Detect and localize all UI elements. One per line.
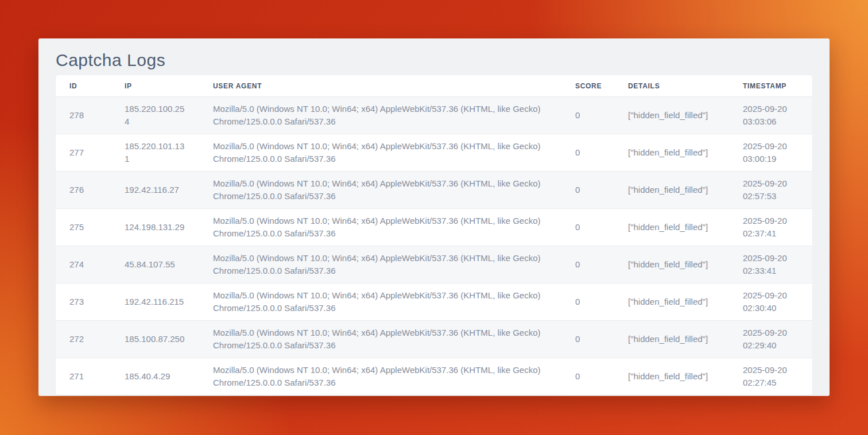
cell-ip: 185.220.101.131 bbox=[111, 134, 199, 172]
cell-details: ["hidden_field_filled"] bbox=[614, 97, 729, 134]
cell-id: 275 bbox=[56, 209, 111, 246]
table-row: 278 185.220.100.254 Mozilla/5.0 (Windows… bbox=[56, 97, 812, 134]
cell-id: 271 bbox=[56, 358, 111, 395]
column-header-ip: IP bbox=[111, 75, 199, 97]
table-row: 275 124.198.131.29 Mozilla/5.0 (Windows … bbox=[56, 209, 812, 246]
cell-user-agent: Mozilla/5.0 (Windows NT 10.0; Win64; x64… bbox=[199, 358, 561, 395]
cell-timestamp: 2025-09-20 02:27:45 bbox=[729, 358, 812, 395]
cell-score: 0 bbox=[561, 97, 614, 134]
column-header-score: SCORE bbox=[561, 75, 614, 97]
cell-timestamp: 2025-09-20 02:29:40 bbox=[729, 321, 812, 358]
table-row: 273 192.42.116.215 Mozilla/5.0 (Windows … bbox=[56, 283, 812, 321]
table-row: 276 192.42.116.27 Mozilla/5.0 (Windows N… bbox=[56, 172, 812, 209]
cell-score: 0 bbox=[561, 321, 614, 358]
cell-ip: 45.84.107.55 bbox=[111, 246, 199, 283]
cell-user-agent: Mozilla/5.0 (Windows NT 10.0; Win64; x64… bbox=[199, 172, 561, 209]
cell-score: 0 bbox=[561, 209, 614, 246]
cell-timestamp: 2025-09-20 03:00:19 bbox=[729, 134, 812, 172]
cell-timestamp: 2025-09-20 02:57:53 bbox=[729, 172, 812, 209]
cell-id: 273 bbox=[56, 283, 111, 321]
cell-ip: 192.42.116.27 bbox=[111, 172, 199, 209]
column-header-details: DETAILS bbox=[614, 75, 729, 97]
cell-user-agent: Mozilla/5.0 (Windows NT 10.0; Win64; x64… bbox=[199, 134, 561, 172]
cell-details: ["hidden_field_filled"] bbox=[614, 172, 729, 209]
cell-user-agent: Mozilla/5.0 (Windows NT 10.0; Win64; x64… bbox=[199, 97, 561, 134]
cell-score: 0 bbox=[561, 134, 614, 172]
table-header-row: IDIPUSER AGENTSCOREDETAILSTIMESTAMP bbox=[56, 75, 812, 97]
column-header-id: ID bbox=[56, 75, 111, 97]
cell-id: 272 bbox=[56, 321, 111, 358]
page-title: Captcha Logs bbox=[56, 47, 812, 73]
column-header-user_agent: USER AGENT bbox=[199, 75, 561, 97]
cell-id: 274 bbox=[56, 246, 111, 283]
cell-id: 276 bbox=[56, 172, 111, 209]
cell-id: 277 bbox=[56, 134, 111, 172]
cell-score: 0 bbox=[561, 246, 614, 283]
table-row: 271 185.40.4.29 Mozilla/5.0 (Windows NT … bbox=[56, 358, 812, 395]
table-body: 278 185.220.100.254 Mozilla/5.0 (Windows… bbox=[56, 97, 812, 395]
cell-id: 278 bbox=[56, 97, 111, 134]
logs-table: IDIPUSER AGENTSCOREDETAILSTIMESTAMP 278 … bbox=[56, 75, 812, 395]
cell-ip: 185.40.4.29 bbox=[111, 358, 199, 395]
cell-details: ["hidden_field_filled"] bbox=[614, 209, 729, 246]
cell-timestamp: 2025-09-20 03:03:06 bbox=[729, 97, 812, 134]
cell-timestamp: 2025-09-20 02:30:40 bbox=[729, 283, 812, 321]
captcha-logs-card: Captcha Logs IDIPUSER AGENTSCOREDETAILST… bbox=[38, 38, 830, 396]
cell-user-agent: Mozilla/5.0 (Windows NT 10.0; Win64; x64… bbox=[199, 321, 561, 358]
cell-ip: 185.100.87.250 bbox=[111, 321, 199, 358]
cell-score: 0 bbox=[561, 358, 614, 395]
cell-user-agent: Mozilla/5.0 (Windows NT 10.0; Win64; x64… bbox=[199, 246, 561, 283]
cell-details: ["hidden_field_filled"] bbox=[614, 134, 729, 172]
cell-ip: 192.42.116.215 bbox=[111, 283, 199, 321]
cell-details: ["hidden_field_filled"] bbox=[614, 358, 729, 395]
cell-details: ["hidden_field_filled"] bbox=[614, 246, 729, 283]
cell-ip: 185.220.100.254 bbox=[111, 97, 199, 134]
column-header-timestamp: TIMESTAMP bbox=[729, 75, 812, 97]
cell-details: ["hidden_field_filled"] bbox=[614, 283, 729, 321]
logs-table-container: IDIPUSER AGENTSCOREDETAILSTIMESTAMP 278 … bbox=[56, 75, 812, 395]
cell-timestamp: 2025-09-20 02:33:41 bbox=[729, 246, 812, 283]
cell-score: 0 bbox=[561, 283, 614, 321]
cell-user-agent: Mozilla/5.0 (Windows NT 10.0; Win64; x64… bbox=[199, 209, 561, 246]
table-row: 274 45.84.107.55 Mozilla/5.0 (Windows NT… bbox=[56, 246, 812, 283]
cell-details: ["hidden_field_filled"] bbox=[614, 321, 729, 358]
cell-user-agent: Mozilla/5.0 (Windows NT 10.0; Win64; x64… bbox=[199, 283, 561, 321]
cell-timestamp: 2025-09-20 02:37:41 bbox=[729, 209, 812, 246]
cell-score: 0 bbox=[561, 172, 614, 209]
table-row: 272 185.100.87.250 Mozilla/5.0 (Windows … bbox=[56, 321, 812, 358]
cell-ip: 124.198.131.29 bbox=[111, 209, 199, 246]
table-row: 277 185.220.101.131 Mozilla/5.0 (Windows… bbox=[56, 134, 812, 172]
